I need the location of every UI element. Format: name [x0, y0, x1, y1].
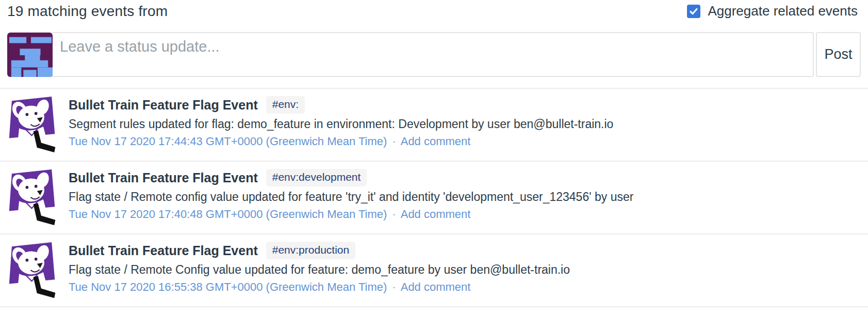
status-composer: Post [7, 32, 861, 77]
event-content: Bullet Train Feature Flag Event #env:pro… [69, 240, 570, 295]
event-env-tag[interactable]: #env:production [266, 242, 355, 259]
page-title: 19 matching events from [7, 3, 168, 20]
event-title: Bullet Train Feature Flag Event [69, 243, 258, 258]
event-timestamp-link[interactable]: Tue Nov 17 2020 17:40:48 GMT+0000 (Green… [69, 208, 387, 221]
datadog-dog-icon [4, 240, 57, 300]
event-description: Flag state / Remote config value updated… [69, 189, 633, 206]
add-comment-link[interactable]: Add comment [401, 135, 471, 148]
event-description: Flag state / Remote Config value updated… [69, 261, 570, 278]
meta-separator: · [390, 135, 398, 148]
event-meta: Tue Nov 17 2020 16:55:38 GMT+0000 (Green… [69, 279, 570, 295]
event-title: Bullet Train Feature Flag Event [69, 170, 258, 185]
event-row: Bullet Train Feature Flag Event #env:pro… [0, 233, 868, 306]
event-title: Bullet Train Feature Flag Event [69, 98, 258, 113]
event-meta: Tue Nov 17 2020 17:40:48 GMT+0000 (Green… [69, 206, 633, 223]
event-row: Bullet Train Feature Flag Event #env: Se… [0, 88, 868, 161]
user-avatar-identicon [7, 32, 53, 77]
aggregate-checkbox[interactable] [687, 5, 700, 18]
meta-separator: · [390, 280, 398, 293]
datadog-dog-icon [4, 94, 57, 154]
event-env-tag[interactable]: #env:development [266, 169, 367, 186]
event-description: Segment rules updated for flag: demo_fea… [69, 116, 613, 133]
add-comment-link[interactable]: Add comment [401, 208, 471, 221]
events-header: 19 matching events from Aggregate relate… [0, 0, 868, 25]
event-content: Bullet Train Feature Flag Event #env:dev… [69, 167, 633, 223]
status-update-input[interactable] [52, 32, 814, 77]
event-row: Bullet Train Feature Flag Event #env:dev… [0, 161, 868, 233]
post-button[interactable]: Post [816, 32, 861, 77]
add-comment-link[interactable]: Add comment [401, 280, 471, 293]
event-env-tag[interactable]: #env: [266, 96, 305, 114]
event-meta: Tue Nov 17 2020 17:44:43 GMT+0000 (Green… [69, 133, 613, 150]
event-timestamp-link[interactable]: Tue Nov 17 2020 17:44:43 GMT+0000 (Green… [69, 135, 387, 148]
meta-separator: · [390, 208, 398, 221]
event-timestamp-link[interactable]: Tue Nov 17 2020 16:55:38 GMT+0000 (Green… [69, 280, 387, 293]
event-list: Bullet Train Feature Flag Event #env: Se… [0, 88, 868, 307]
event-content: Bullet Train Feature Flag Event #env: Se… [69, 94, 613, 150]
checkmark-icon [689, 7, 698, 16]
datadog-dog-icon [4, 167, 57, 227]
aggregate-checkbox-label[interactable]: Aggregate related events [708, 3, 858, 19]
aggregate-related-events-toggle[interactable]: Aggregate related events [687, 3, 858, 19]
